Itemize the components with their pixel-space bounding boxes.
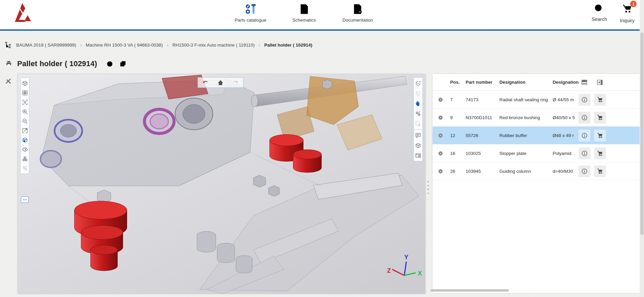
cell-pos: 26 — [448, 169, 464, 174]
home-view-button[interactable] — [216, 78, 225, 87]
breadcrumb-item[interactable]: Machine RH 1500-3 VA ( 94663-0038) — [86, 43, 163, 48]
zoom-in-button[interactable] — [21, 108, 29, 115]
clipboard-check-icon[interactable] — [119, 60, 127, 68]
search-label: Search — [592, 17, 607, 22]
viewer-toolbar-right-bottom — [413, 129, 423, 161]
table-header: Pos. Part number Designation Designation — [433, 74, 640, 91]
row-settings-gear-icon[interactable] — [438, 97, 443, 103]
company-logo[interactable] — [13, 2, 35, 23]
fit-view-icon — [22, 99, 28, 106]
undo-icon — [202, 79, 209, 86]
pan-button[interactable] — [414, 100, 422, 107]
table-row[interactable]: 9 N3700D1011 Red bronze bushing Ø40/50 x… — [433, 109, 640, 127]
table-row[interactable]: 26 103945 Guiding column d=40/M30 — [433, 162, 640, 180]
view-cube-button[interactable] — [21, 79, 29, 87]
rotate-disabled-icon — [415, 90, 421, 97]
table-row[interactable]: 7 74173 Radial shaft sealing ring Ø 44/5… — [433, 91, 640, 109]
undo-button[interactable] — [201, 78, 210, 87]
cell-pos: 12 — [448, 133, 464, 138]
row-add-to-cart-button[interactable] — [594, 94, 606, 106]
fullscreen-button[interactable] — [21, 127, 29, 134]
col-designation-2[interactable]: Designation — [551, 80, 577, 85]
row-add-to-cart-button[interactable] — [594, 147, 606, 159]
zoom-in-icon — [22, 108, 28, 115]
panel-layout-icon[interactable] — [580, 79, 588, 86]
cell-designation: Red bronze bushing — [497, 115, 551, 120]
cell-designation-2: d=40/M30 — [551, 169, 577, 174]
visibility-button[interactable] — [21, 145, 29, 153]
home-icon — [217, 79, 224, 86]
row-settings-gear-icon[interactable] — [438, 168, 443, 174]
row-info-button[interactable] — [579, 112, 590, 124]
row-add-to-cart-button[interactable] — [594, 165, 606, 177]
print-view-button[interactable] — [414, 152, 422, 159]
model-render[interactable]: Z Y X — [18, 74, 425, 294]
fit-to-view-button[interactable] — [21, 98, 29, 106]
row-settings-gear-icon[interactable] — [438, 133, 443, 138]
row-settings-gear-icon[interactable] — [438, 151, 443, 156]
assembly-button[interactable] — [21, 155, 29, 163]
zoom-out-button[interactable] — [21, 117, 29, 125]
nav-documentation[interactable]: Documentation — [339, 3, 376, 23]
cube-icon — [415, 142, 421, 149]
redo-button[interactable] — [231, 78, 240, 87]
breadcrumb-bar: BAUMA 2019 ( SAR9999999) › Machine RH 15… — [0, 38, 644, 52]
gears-icon — [22, 156, 28, 162]
hand-icon — [415, 100, 421, 107]
row-add-to-cart-button[interactable] — [594, 130, 606, 141]
viewer-3d[interactable]: Z Y X — [18, 74, 426, 294]
animate-button[interactable] — [414, 110, 422, 117]
app-header: Parts catalogue Schematics Documentation… — [0, 0, 644, 31]
row-info-button[interactable] — [579, 94, 590, 106]
breadcrumb-item[interactable]: RH1500-3 F-mix Auto machine ( 119110) — [172, 43, 255, 48]
row-settings-gear-icon[interactable] — [438, 115, 443, 120]
rotate-alt-button[interactable] — [414, 89, 422, 97]
cell-designation: Radial shaft sealing ring — [497, 97, 551, 102]
screw-nut-icon — [244, 3, 257, 16]
tools-wrench-icon[interactable] — [4, 77, 12, 85]
breadcrumb-item[interactable]: BAUMA 2019 ( SAR9999999) — [16, 43, 76, 48]
marquee-select-button[interactable] — [414, 120, 422, 128]
info-icon[interactable] — [106, 60, 114, 68]
table-row-selected[interactable]: 12 55726 Rubber buffer Ø48 x 49 r — [433, 127, 640, 144]
printer-icon[interactable] — [5, 60, 13, 68]
hierarchy-tree-icon[interactable] — [4, 41, 12, 49]
col-part-number[interactable]: Part number — [464, 80, 497, 85]
rotate-icon — [415, 80, 421, 87]
search-button[interactable]: Search — [592, 3, 607, 23]
page-vertical-scrollbar[interactable] — [640, 0, 644, 297]
table-row[interactable]: 16 103025 Stopper plate Polyamid — [433, 144, 640, 162]
viewer-more-options-button[interactable] — [21, 196, 29, 203]
cell-pos: 16 — [448, 151, 464, 156]
panel-splitter-handle[interactable] — [427, 180, 430, 195]
marquee-icon — [415, 120, 421, 127]
cell-pos: 7 — [448, 97, 464, 102]
row-info-button[interactable] — [579, 147, 590, 159]
rotate-button[interactable] — [414, 79, 422, 87]
inquiry-button[interactable]: 1 Inquiry — [620, 3, 635, 23]
annotation-button[interactable] — [414, 131, 422, 139]
transparency-mode-button[interactable] — [21, 136, 29, 144]
table-horizontal-scrollbar[interactable] — [433, 289, 640, 292]
render-settings-button[interactable] — [21, 89, 29, 97]
cart-icon — [596, 114, 604, 121]
scrollbar-thumb[interactable] — [431, 289, 509, 292]
scrollbar-thumb[interactable] — [640, 32, 644, 235]
collapse-panel-icon[interactable] — [596, 79, 604, 86]
col-pos[interactable]: Pos. — [448, 80, 464, 85]
row-add-to-cart-button[interactable] — [594, 112, 606, 124]
frame-cube-button[interactable] — [414, 141, 422, 149]
exploded-view-button[interactable] — [21, 164, 29, 172]
breadcrumb-separator: › — [167, 43, 168, 48]
row-info-button[interactable] — [579, 130, 590, 141]
nav-schematics[interactable]: Schematics — [286, 3, 323, 23]
col-designation[interactable]: Designation — [497, 80, 551, 85]
cell-part-number: 74173 — [464, 97, 497, 102]
page-title: Pallet holder ( 102914) — [17, 59, 97, 68]
info-icon — [581, 168, 588, 175]
info-icon — [581, 114, 588, 121]
gear-square-icon — [22, 89, 28, 96]
row-info-button[interactable] — [579, 165, 590, 177]
cart-icon — [596, 132, 604, 139]
nav-parts-catalogue[interactable]: Parts catalogue — [232, 3, 269, 23]
